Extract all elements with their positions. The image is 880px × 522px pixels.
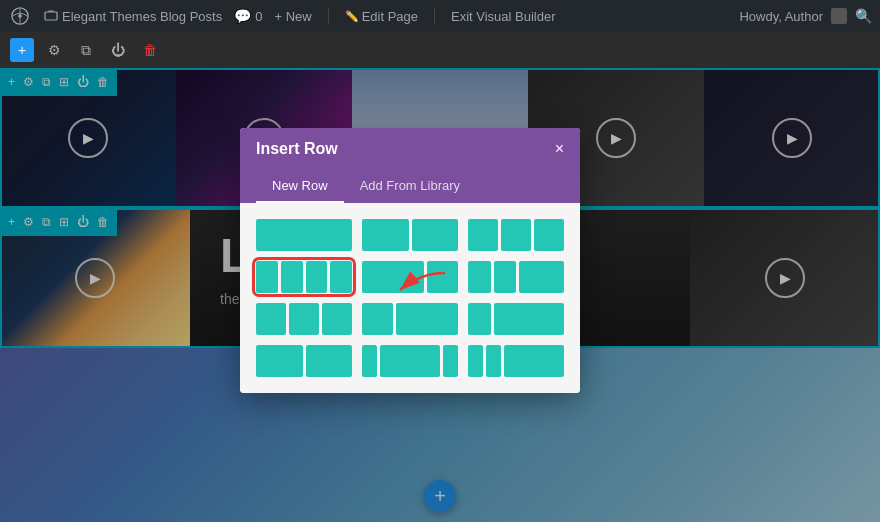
layout-4-col[interactable] [256, 261, 352, 293]
howdy-label: Howdy, Author [739, 9, 823, 24]
wordpress-logo-icon[interactable] [8, 4, 32, 28]
tab-add-from-library[interactable]: Add From Library [344, 170, 476, 203]
arrow-indicator [390, 268, 450, 304]
col [504, 345, 564, 377]
layout-3-col[interactable] [468, 219, 564, 251]
clone-button[interactable]: ⧉ [74, 38, 98, 62]
layout-1-2-col[interactable] [362, 303, 458, 335]
col [412, 219, 459, 251]
trash-button[interactable]: 🗑 [138, 38, 162, 62]
col [289, 303, 319, 335]
col [494, 303, 564, 335]
separator2 [434, 8, 435, 24]
layout-sm-lg-col[interactable] [362, 345, 458, 377]
col [468, 219, 498, 251]
layout-1-col[interactable] [256, 219, 352, 251]
tab-new-row[interactable]: New Row [256, 170, 344, 203]
col [306, 261, 328, 293]
user-avatar [831, 8, 847, 24]
power-button[interactable]: ⏻ [106, 38, 130, 62]
search-icon[interactable]: 🔍 [855, 8, 872, 24]
col [468, 303, 491, 335]
col [519, 261, 564, 293]
col [501, 219, 531, 251]
exit-visual-builder-link[interactable]: Exit Visual Builder [451, 9, 556, 24]
col [486, 345, 501, 377]
layout-2-equal-col[interactable] [256, 345, 352, 377]
edit-page-link[interactable]: ✏️ Edit Page [345, 9, 418, 24]
col [256, 261, 278, 293]
admin-bar: Elegant Themes Blog Posts 💬 0 + New ✏️ E… [0, 0, 880, 32]
add-module-button[interactable]: + [10, 38, 34, 62]
layout-wide-2-col[interactable] [468, 345, 564, 377]
new-content-link[interactable]: + New [274, 9, 311, 24]
col [306, 345, 353, 377]
col [256, 303, 286, 335]
col [330, 261, 352, 293]
layout-2-col[interactable] [362, 219, 458, 251]
vb-toolbar: + ⚙ ⧉ ⏻ 🗑 [0, 32, 880, 68]
dialog-header: Insert Row × [240, 128, 580, 170]
col [256, 345, 303, 377]
layout-3-equal-col[interactable] [256, 303, 352, 335]
insert-row-dialog: Insert Row × New Row Add From Library [240, 128, 580, 393]
settings-button[interactable]: ⚙ [42, 38, 66, 62]
dialog-tabs: New Row Add From Library [240, 170, 580, 203]
svg-point-1 [18, 14, 22, 18]
comments-link[interactable]: 💬 0 [234, 8, 262, 24]
col [468, 345, 483, 377]
dialog-close-button[interactable]: × [555, 140, 564, 158]
dialog-title: Insert Row [256, 140, 338, 158]
col [281, 261, 303, 293]
svg-rect-2 [45, 12, 57, 20]
col [362, 345, 377, 377]
col [468, 261, 491, 293]
col [534, 219, 564, 251]
col [362, 219, 409, 251]
col [322, 303, 352, 335]
layout-1-1-2-col[interactable] [468, 261, 564, 293]
admin-bar-right: Howdy, Author 🔍 [739, 8, 872, 24]
col [396, 303, 458, 335]
site-name[interactable]: Elegant Themes Blog Posts [44, 9, 222, 24]
col [380, 345, 440, 377]
separator [328, 8, 329, 24]
layout-1-3-col[interactable] [468, 303, 564, 335]
page-content: ▶ ▶ ▶ ▶ ▶ [0, 68, 880, 522]
admin-bar-left: Elegant Themes Blog Posts 💬 0 + New ✏️ E… [8, 4, 556, 28]
col [362, 303, 393, 335]
col [494, 261, 517, 293]
col [443, 345, 458, 377]
col [256, 219, 352, 251]
